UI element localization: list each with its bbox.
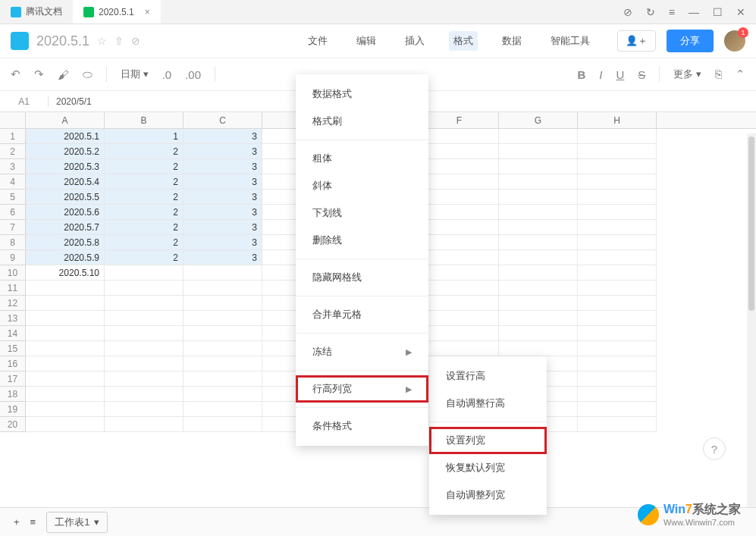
column-header-H[interactable]: H bbox=[578, 112, 657, 128]
cell[interactable] bbox=[26, 281, 105, 296]
cell[interactable] bbox=[578, 387, 657, 402]
cell[interactable]: 2 bbox=[105, 144, 184, 159]
cell[interactable] bbox=[184, 387, 262, 402]
close-window-icon[interactable]: ✕ bbox=[736, 6, 745, 18]
cell[interactable] bbox=[184, 265, 262, 281]
row-header[interactable]: 11 bbox=[0, 281, 26, 296]
cell[interactable] bbox=[578, 265, 657, 281]
row-header[interactable]: 18 bbox=[0, 387, 26, 402]
cell[interactable] bbox=[420, 265, 499, 281]
scrollbar-thumb[interactable] bbox=[748, 136, 754, 311]
cell[interactable] bbox=[578, 205, 657, 220]
cell[interactable]: 2020.5.5 bbox=[26, 190, 105, 205]
cell[interactable]: 3 bbox=[184, 235, 262, 250]
cell[interactable] bbox=[499, 144, 578, 159]
row-header[interactable]: 5 bbox=[0, 190, 26, 205]
submenu-item-设置行高[interactable]: 设置行高 bbox=[429, 362, 547, 390]
cell[interactable] bbox=[26, 417, 105, 432]
cell[interactable] bbox=[184, 371, 262, 387]
cell[interactable] bbox=[420, 296, 499, 311]
cell[interactable] bbox=[184, 356, 262, 371]
cell[interactable] bbox=[26, 311, 105, 326]
menu-item-格式刷[interactable]: 格式刷 bbox=[296, 108, 428, 135]
cell[interactable] bbox=[26, 326, 105, 341]
cell[interactable] bbox=[499, 235, 578, 250]
cell[interactable] bbox=[499, 265, 578, 281]
cell[interactable] bbox=[105, 402, 184, 417]
cell[interactable] bbox=[420, 235, 499, 250]
format-painter-icon[interactable]: 🖌 bbox=[58, 68, 69, 81]
row-header[interactable]: 6 bbox=[0, 205, 26, 220]
submenu-item-设置列宽[interactable]: 设置列宽 bbox=[429, 427, 547, 454]
cell[interactable]: 3 bbox=[184, 174, 262, 190]
cell[interactable] bbox=[420, 159, 499, 174]
cell[interactable]: 3 bbox=[184, 205, 262, 220]
cell[interactable]: 3 bbox=[184, 250, 262, 265]
menu-数据[interactable]: 数据 bbox=[497, 31, 526, 51]
cell[interactable] bbox=[184, 341, 262, 356]
add-user-button[interactable]: 👤＋ bbox=[617, 30, 656, 52]
cell[interactable] bbox=[499, 296, 578, 311]
column-header-A[interactable]: A bbox=[26, 112, 105, 128]
cell[interactable] bbox=[578, 144, 657, 159]
cell[interactable] bbox=[105, 356, 184, 371]
cell[interactable] bbox=[184, 311, 262, 326]
cell[interactable] bbox=[499, 250, 578, 265]
row-header[interactable]: 13 bbox=[0, 311, 26, 326]
menu-item-粗体[interactable]: 粗体 bbox=[296, 145, 428, 172]
cell[interactable] bbox=[420, 144, 499, 159]
cell[interactable]: 3 bbox=[184, 129, 262, 144]
cell[interactable] bbox=[26, 402, 105, 417]
cell[interactable] bbox=[420, 174, 499, 190]
italic-button[interactable]: I bbox=[599, 68, 602, 81]
cell[interactable] bbox=[420, 205, 499, 220]
comment-icon[interactable]: ⎘ bbox=[715, 67, 722, 81]
forbid-icon[interactable]: ⊘ bbox=[623, 6, 632, 18]
bold-button[interactable]: B bbox=[578, 68, 586, 81]
increase-decimal-icon[interactable]: .00 bbox=[185, 68, 201, 81]
strikethrough-button[interactable]: S bbox=[638, 68, 645, 81]
menu-item-隐藏网格线[interactable]: 隐藏网格线 bbox=[296, 264, 428, 291]
row-header[interactable]: 2 bbox=[0, 144, 26, 159]
row-header[interactable]: 17 bbox=[0, 371, 26, 387]
cell[interactable]: 2 bbox=[105, 250, 184, 265]
menu-插入[interactable]: 插入 bbox=[400, 31, 429, 51]
cell[interactable] bbox=[105, 326, 184, 341]
cell[interactable]: 2 bbox=[105, 190, 184, 205]
menu-智能工具[interactable]: 智能工具 bbox=[546, 31, 594, 51]
column-header-G[interactable]: G bbox=[499, 112, 578, 128]
menu-文件[interactable]: 文件 bbox=[303, 31, 332, 51]
cell[interactable] bbox=[420, 250, 499, 265]
undo-icon[interactable]: ↶ bbox=[11, 67, 20, 81]
cell[interactable] bbox=[499, 190, 578, 205]
cell[interactable]: 2020.5.3 bbox=[26, 159, 105, 174]
cell[interactable]: 2 bbox=[105, 159, 184, 174]
row-header[interactable]: 7 bbox=[0, 220, 26, 235]
menu-item-下划线[interactable]: 下划线 bbox=[296, 199, 428, 227]
cell[interactable] bbox=[578, 129, 657, 144]
cell[interactable] bbox=[499, 205, 578, 220]
menu-icon[interactable]: ≡ bbox=[669, 6, 675, 18]
cell[interactable] bbox=[184, 281, 262, 296]
column-header-F[interactable]: F bbox=[420, 112, 499, 128]
cell[interactable] bbox=[105, 281, 184, 296]
cell[interactable] bbox=[578, 402, 657, 417]
cell[interactable] bbox=[578, 190, 657, 205]
cell[interactable]: 3 bbox=[184, 190, 262, 205]
cell[interactable] bbox=[578, 250, 657, 265]
sync-status-icon[interactable]: ⊘ bbox=[131, 35, 140, 47]
cell[interactable] bbox=[499, 281, 578, 296]
cell[interactable] bbox=[105, 341, 184, 356]
menu-item-数据格式[interactable]: 数据格式 bbox=[296, 80, 428, 108]
row-header[interactable]: 4 bbox=[0, 174, 26, 190]
add-sheet-button[interactable]: + bbox=[14, 516, 20, 528]
cell[interactable] bbox=[578, 159, 657, 174]
cell[interactable] bbox=[578, 371, 657, 387]
cell[interactable] bbox=[26, 296, 105, 311]
menu-item-删除线[interactable]: 删除线 bbox=[296, 227, 428, 254]
star-icon[interactable]: ☆ bbox=[97, 35, 107, 47]
cell[interactable] bbox=[420, 281, 499, 296]
cell[interactable]: 2020.5.9 bbox=[26, 250, 105, 265]
cell[interactable]: 2020.5.7 bbox=[26, 220, 105, 235]
cell[interactable]: 3 bbox=[184, 144, 262, 159]
